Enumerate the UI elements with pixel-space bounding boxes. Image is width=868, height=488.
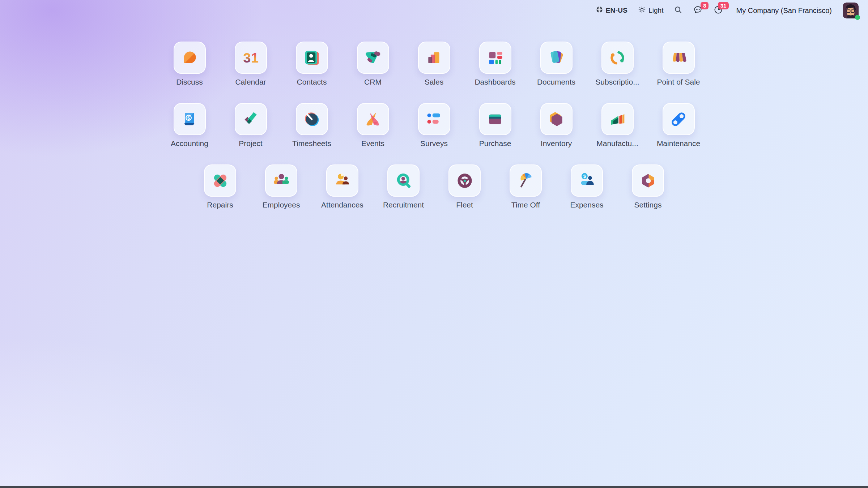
crm-icon xyxy=(362,47,383,68)
app-label: Expenses xyxy=(570,201,603,209)
maintenance-icon xyxy=(668,109,689,130)
app-calendar[interactable]: 31Calendar xyxy=(220,42,281,86)
purchase-icon xyxy=(485,109,506,130)
attendances-icon xyxy=(332,170,353,191)
app-tile-documents[interactable] xyxy=(540,42,573,74)
app-tile-employees[interactable] xyxy=(265,164,297,197)
app-expenses[interactable]: $Expenses xyxy=(556,164,617,209)
documents-icon xyxy=(546,47,567,68)
app-tile-inventory[interactable] xyxy=(540,103,573,135)
app-accounting[interactable]: $Accounting xyxy=(159,103,220,148)
app-label: Maintenance xyxy=(657,139,700,148)
online-status-dot xyxy=(855,15,860,20)
app-tile-expenses[interactable]: $ xyxy=(571,164,603,197)
app-label: Purchase xyxy=(479,139,511,148)
user-avatar[interactable] xyxy=(843,3,859,18)
language-label: EN-US xyxy=(606,7,628,14)
app-label: Surveys xyxy=(420,139,448,148)
app-label: Accounting xyxy=(171,139,208,148)
language-switcher[interactable]: EN-US xyxy=(596,6,628,15)
app-purchase[interactable]: Purchase xyxy=(465,103,526,148)
globe-icon xyxy=(596,6,603,15)
app-label: Contacts xyxy=(297,78,327,86)
point-of-sale-icon xyxy=(668,47,689,68)
app-recruitment[interactable]: Recruitment xyxy=(373,164,434,209)
app-tile-dashboards[interactable] xyxy=(479,42,511,74)
app-project[interactable]: Project xyxy=(220,103,281,148)
app-tile-crm[interactable] xyxy=(357,42,389,74)
search-icon xyxy=(674,6,682,15)
app-tile-maintenance[interactable] xyxy=(663,103,695,135)
recruitment-icon xyxy=(393,170,414,191)
app-tile-contacts[interactable] xyxy=(296,42,328,74)
employees-icon xyxy=(271,170,292,191)
app-tile-recruitment[interactable] xyxy=(387,164,420,197)
svg-text:3: 3 xyxy=(243,50,251,65)
theme-label: Light xyxy=(648,7,663,14)
app-point-of-sale[interactable]: Point of Sale xyxy=(648,42,709,86)
app-label: Project xyxy=(239,139,262,148)
app-time-off[interactable]: Time Off xyxy=(495,164,556,209)
app-tile-sales[interactable] xyxy=(418,42,450,74)
app-settings[interactable]: Settings xyxy=(617,164,678,209)
app-tile-surveys[interactable] xyxy=(418,103,450,135)
app-tile-purchase[interactable] xyxy=(479,103,511,135)
app-documents[interactable]: Documents xyxy=(526,42,587,86)
top-bar: EN-US Light 8 31 My Company (San Francis… xyxy=(0,0,868,21)
activities-button[interactable]: 31 xyxy=(714,5,723,16)
app-maintenance[interactable]: Maintenance xyxy=(648,103,709,148)
subscriptions-icon xyxy=(607,47,628,68)
app-label: Inventory xyxy=(541,139,572,148)
inventory-icon xyxy=(546,109,567,130)
app-events[interactable]: Events xyxy=(342,103,404,148)
contacts-icon xyxy=(301,47,322,68)
svg-text:$: $ xyxy=(187,115,190,120)
app-tile-repairs[interactable] xyxy=(204,164,236,197)
sun-icon xyxy=(638,6,646,15)
calendar-icon: 31 xyxy=(240,47,261,68)
app-sales[interactable]: Sales xyxy=(404,42,465,86)
app-inventory[interactable]: Inventory xyxy=(526,103,587,148)
app-discuss[interactable]: Discuss xyxy=(159,42,220,86)
app-tile-attendances[interactable] xyxy=(326,164,358,197)
app-tile-point-of-sale[interactable] xyxy=(663,42,695,74)
app-tile-events[interactable] xyxy=(357,103,389,135)
app-crm[interactable]: CRM xyxy=(342,42,404,86)
app-tile-time-off[interactable] xyxy=(510,164,542,197)
app-label: Time Off xyxy=(511,201,540,209)
app-employees[interactable]: Employees xyxy=(251,164,312,209)
app-surveys[interactable]: Surveys xyxy=(404,103,465,148)
app-label: Settings xyxy=(634,201,662,209)
discuss-icon xyxy=(179,47,200,68)
project-icon xyxy=(240,109,261,130)
app-contacts[interactable]: Contacts xyxy=(281,42,342,86)
app-tile-accounting[interactable]: $ xyxy=(174,103,206,135)
app-timesheets[interactable]: Timesheets xyxy=(281,103,342,148)
app-tile-fleet[interactable] xyxy=(448,164,481,197)
app-grid: Discuss31CalendarContactsCRMSalesDashboa… xyxy=(0,0,868,209)
accounting-icon: $ xyxy=(179,109,200,130)
app-label: Sales xyxy=(425,78,444,86)
app-dashboards[interactable]: Dashboards xyxy=(465,42,526,86)
app-tile-calendar[interactable]: 31 xyxy=(235,42,267,74)
svg-text:1: 1 xyxy=(251,50,259,65)
app-repairs[interactable]: Repairs xyxy=(190,164,251,209)
app-tile-manufacturing[interactable] xyxy=(601,103,634,135)
app-fleet[interactable]: Fleet xyxy=(434,164,495,209)
app-tile-subscriptions[interactable] xyxy=(601,42,634,74)
theme-toggle[interactable]: Light xyxy=(638,6,663,15)
app-tile-settings[interactable] xyxy=(632,164,664,197)
app-manufacturing[interactable]: Manufactu... xyxy=(587,103,648,148)
messages-button[interactable]: 8 xyxy=(693,5,703,16)
app-label: Subscriptio... xyxy=(595,78,639,86)
company-switcher[interactable]: My Company (San Francisco) xyxy=(736,7,832,15)
app-tile-project[interactable] xyxy=(235,103,267,135)
repairs-icon xyxy=(210,170,231,191)
manufacturing-icon xyxy=(607,109,628,130)
app-row-2: $AccountingProjectTimesheetsEventsSurvey… xyxy=(0,103,868,148)
app-tile-timesheets[interactable] xyxy=(296,103,328,135)
app-tile-discuss[interactable] xyxy=(174,42,206,74)
app-attendances[interactable]: Attendances xyxy=(312,164,373,209)
app-subscriptions[interactable]: Subscriptio... xyxy=(587,42,648,86)
search-button[interactable] xyxy=(674,6,682,15)
